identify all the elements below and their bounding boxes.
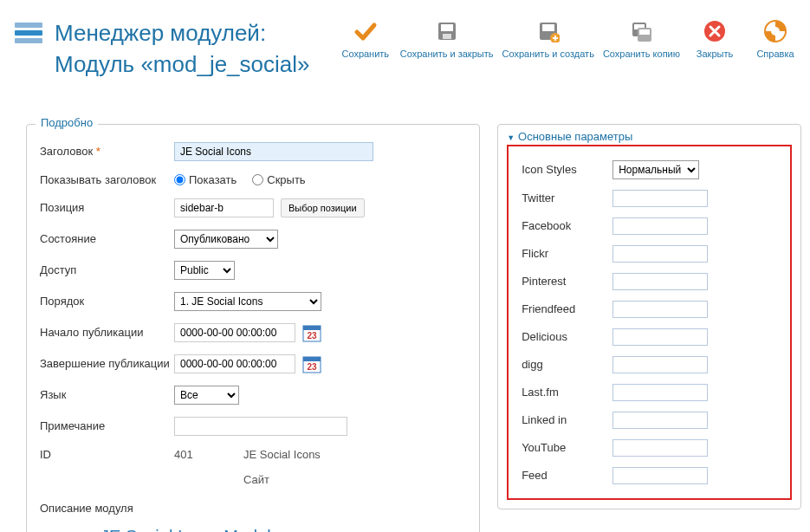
access-label: Доступ xyxy=(40,263,174,276)
params-panel-title[interactable]: Основные параметры xyxy=(498,130,800,143)
feed-label: Feed xyxy=(522,469,612,482)
start-pub-label: Начало публикации xyxy=(40,326,174,339)
state-label: Состояние xyxy=(40,232,174,245)
svg-point-15 xyxy=(771,27,780,36)
hide-radio[interactable]: Скрыть xyxy=(252,173,305,186)
calendar-icon[interactable]: 23 xyxy=(302,323,321,342)
title-label: Заголовок * xyxy=(40,145,174,158)
save-icon xyxy=(433,17,461,45)
end-pub-label: Завершение публикации xyxy=(40,357,174,370)
svg-rect-20 xyxy=(303,357,321,361)
feed-input[interactable] xyxy=(612,467,708,484)
access-select[interactable]: Public xyxy=(174,261,235,280)
details-panel: Подробно Заголовок * Показывать заголово… xyxy=(26,124,480,532)
svg-rect-12 xyxy=(639,29,650,35)
linkedin-input[interactable] xyxy=(612,412,708,429)
show-radio[interactable]: Показать xyxy=(174,173,237,186)
module-logo-icon xyxy=(13,17,44,49)
friendfeed-label: Friendfeed xyxy=(522,302,612,315)
facebook-input[interactable] xyxy=(612,217,708,235)
save-new-button[interactable]: Сохранить и создать xyxy=(502,17,593,59)
linkedin-label: Linked in xyxy=(522,413,612,426)
order-select[interactable]: 1. JE Social Icons xyxy=(174,292,321,311)
state-select[interactable]: Опубликовано xyxy=(174,230,278,249)
id-label: ID xyxy=(40,448,174,461)
svg-rect-2 xyxy=(15,38,42,43)
youtube-label: YouTube xyxy=(522,441,612,454)
module-desc-title: JE Social Icons Module xyxy=(100,527,466,532)
svg-rect-17 xyxy=(303,326,321,330)
show-title-label: Показывать заголовок xyxy=(40,173,174,186)
svg-text:23: 23 xyxy=(307,331,317,341)
calendar-icon[interactable]: 23 xyxy=(302,354,321,373)
save-close-button[interactable]: Сохранить и закрыть xyxy=(400,17,494,59)
svg-rect-4 xyxy=(441,24,453,31)
digg-label: digg xyxy=(522,358,612,371)
toolbar: Сохранить Сохранить и закрыть Сохранить … xyxy=(340,17,801,59)
position-select-button[interactable]: Выбор позиции xyxy=(281,198,365,217)
delicious-label: Delicious xyxy=(522,330,612,343)
apply-icon xyxy=(352,17,379,45)
flickr-label: Flickr xyxy=(522,247,612,260)
svg-rect-5 xyxy=(443,34,451,39)
close-icon xyxy=(701,17,729,45)
youtube-input[interactable] xyxy=(612,439,708,457)
save-copy-button[interactable]: Сохранить копию xyxy=(603,17,680,59)
svg-rect-0 xyxy=(15,23,42,28)
delicious-input[interactable] xyxy=(612,328,708,346)
id-name: JE Social Icons xyxy=(243,448,321,461)
friendfeed-input[interactable] xyxy=(612,301,708,318)
lang-select[interactable]: Все xyxy=(174,386,239,405)
svg-rect-1 xyxy=(15,30,42,36)
module-desc-label: Описание модуля xyxy=(40,502,174,515)
params-panel: Основные параметры Icon Styles Нормальны… xyxy=(497,124,801,509)
twitter-input[interactable] xyxy=(612,190,708,207)
pinterest-label: Pinterest xyxy=(522,275,612,288)
end-pub-input[interactable] xyxy=(174,354,295,373)
save-button[interactable]: Сохранить xyxy=(340,17,392,59)
svg-text:23: 23 xyxy=(307,362,317,372)
title-input[interactable] xyxy=(174,142,373,161)
lang-label: Язык xyxy=(40,388,174,401)
facebook-label: Facebook xyxy=(522,219,612,232)
help-icon xyxy=(761,17,789,45)
details-panel-title: Подробно xyxy=(36,116,98,129)
icon-styles-label: Icon Styles xyxy=(522,163,612,176)
flickr-input[interactable] xyxy=(612,245,708,263)
note-label: Примечание xyxy=(40,419,174,432)
note-input[interactable] xyxy=(174,417,347,436)
pinterest-input[interactable] xyxy=(612,273,708,290)
lastfm-label: Last.fm xyxy=(522,386,612,399)
save-new-icon xyxy=(535,17,562,45)
save-copy-icon xyxy=(627,17,655,45)
params-highlight-box: Icon Styles Нормальный Twitter Facebook … xyxy=(507,145,792,500)
help-button[interactable]: Справка xyxy=(749,17,801,59)
position-input[interactable] xyxy=(174,198,274,217)
digg-input[interactable] xyxy=(612,356,708,373)
order-label: Порядок xyxy=(40,295,174,308)
position-label: Позиция xyxy=(40,201,174,214)
twitter-label: Twitter xyxy=(522,191,612,204)
start-pub-input[interactable] xyxy=(174,323,295,342)
page-title: Менеджер модулей: Модуль «mod_je_social» xyxy=(55,17,310,81)
svg-rect-7 xyxy=(542,24,554,31)
site-label: Сайт xyxy=(174,473,466,486)
id-value: 401 xyxy=(174,448,243,461)
lastfm-input[interactable] xyxy=(612,384,708,401)
icon-styles-select[interactable]: Нормальный xyxy=(612,160,699,179)
close-button[interactable]: Закрыть xyxy=(689,17,741,59)
